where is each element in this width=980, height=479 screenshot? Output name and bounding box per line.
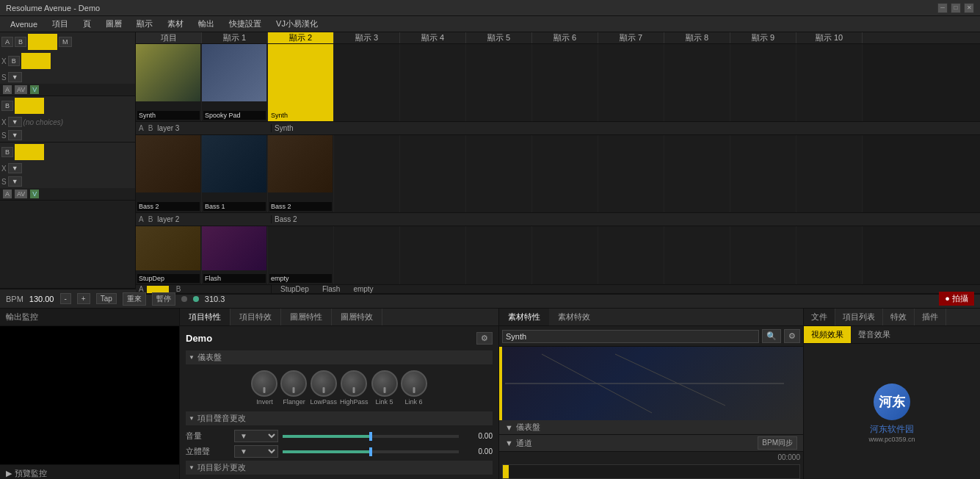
layer3-b-ctrl[interactable]: B xyxy=(8,56,20,66)
layer1-b-btn[interactable]: B xyxy=(1,147,13,157)
display6-tab[interactable]: 顯示 6 xyxy=(532,32,598,43)
clip-layer2-6[interactable] xyxy=(532,135,598,212)
layer2-b-btn[interactable]: B xyxy=(1,101,13,111)
back-button[interactable]: 重來 xyxy=(123,292,146,306)
clip-layer2-7[interactable] xyxy=(598,135,664,212)
display8-tab[interactable]: 顯示 8 xyxy=(664,32,730,43)
clip-layer1-9[interactable] xyxy=(730,226,796,284)
layer3-name-a[interactable]: A xyxy=(139,124,144,132)
flanger-knob[interactable] xyxy=(280,370,307,397)
display3-tab[interactable]: 顯示 3 xyxy=(334,32,400,43)
clip-layer1-5[interactable] xyxy=(466,226,532,284)
tab-source-props[interactable]: 素材特性 xyxy=(499,309,549,325)
clip-layer1-7[interactable] xyxy=(598,226,664,284)
clip-layer3-7[interactable] xyxy=(598,44,664,121)
volume-dropdown[interactable]: ▼ xyxy=(234,430,278,442)
volume-slider[interactable] xyxy=(283,435,459,438)
maximize-button[interactable]: □ xyxy=(951,3,961,13)
bpm-value[interactable]: 130.00 xyxy=(29,295,54,303)
clip-layer1-4[interactable] xyxy=(400,226,466,284)
invert-knob[interactable] xyxy=(251,370,277,397)
volume-slider-handle[interactable] xyxy=(369,432,372,441)
layer3-av-lbl[interactable]: AV xyxy=(15,85,27,94)
menu-asset[interactable]: 素材 xyxy=(160,17,191,31)
display4-tab[interactable]: 顯示 4 xyxy=(400,32,466,43)
source-channel-section[interactable]: ▼ 通道 BPM同步 xyxy=(499,435,803,452)
search-button[interactable]: 🔍 xyxy=(762,329,781,343)
tab-source-effects[interactable]: 素材特效 xyxy=(549,309,599,325)
layer3-a-button[interactable]: A xyxy=(1,37,13,47)
highpass-knob[interactable] xyxy=(341,370,367,397)
bpm-minus-button[interactable]: - xyxy=(60,293,71,304)
clip-layer2-9[interactable] xyxy=(730,135,796,212)
tab-plugins[interactable]: 插件 xyxy=(915,309,946,325)
display2-tab[interactable]: 顯示 2 xyxy=(268,32,334,43)
link6-knob[interactable] xyxy=(401,370,427,397)
search-options-button[interactable]: ⚙ xyxy=(784,329,800,343)
clip-layer1-6[interactable] xyxy=(532,226,598,284)
strip-clip-2[interactable]: empty xyxy=(347,285,379,293)
stereo-slider[interactable] xyxy=(283,450,459,453)
clip-layer2-3[interactable] xyxy=(334,135,400,212)
clip-layer1-0[interactable]: StupDep xyxy=(136,226,202,284)
video-effects-tab[interactable]: 視頻效果 xyxy=(804,326,851,343)
source-search-input[interactable]: Synth xyxy=(502,330,759,343)
clip-layer2-5[interactable] xyxy=(466,135,532,212)
menu-output[interactable]: 輸出 xyxy=(191,17,222,31)
tap-button[interactable]: Tap xyxy=(96,293,117,304)
clip-layer3-5[interactable] xyxy=(466,44,532,121)
menu-vj[interactable]: VJ小易漢化 xyxy=(269,17,325,31)
clip-layer3-8[interactable] xyxy=(664,44,730,121)
layer1-v-lbl[interactable]: V xyxy=(30,190,39,198)
clip-layer3-1[interactable]: Spooky Pad xyxy=(202,44,268,121)
clip-layer1-3[interactable] xyxy=(334,226,400,284)
close-button[interactable]: ✕ xyxy=(964,3,974,13)
gear-button[interactable]: ⚙ xyxy=(476,332,493,345)
stereo-slider-handle[interactable] xyxy=(369,447,372,456)
dashboard-section[interactable]: ▼ 儀表盤 xyxy=(186,350,493,364)
layer3-a-lbl[interactable]: A xyxy=(3,85,12,94)
layer2-x-btn[interactable]: ▼ xyxy=(8,117,22,127)
bpm-sync-button[interactable]: BPM同步 xyxy=(758,436,797,450)
layer3-s-btn[interactable]: ▼ xyxy=(8,72,22,82)
display1-tab[interactable]: 顯示 1 xyxy=(202,32,268,43)
clip-layer2-0[interactable]: Bass 2 xyxy=(136,135,202,212)
minimize-button[interactable]: ─ xyxy=(937,3,948,13)
menu-project[interactable]: 項目 xyxy=(45,17,76,31)
link5-knob[interactable] xyxy=(371,370,398,397)
layer1-x-btn[interactable]: ▼ xyxy=(8,163,22,173)
clip-layer1-10[interactable] xyxy=(796,226,863,284)
clip-layer3-6[interactable] xyxy=(532,44,598,121)
clip-layer2-1[interactable]: Bass 1 xyxy=(202,135,268,212)
clip-layer3-3[interactable] xyxy=(334,44,400,121)
menu-display[interactable]: 顯示 xyxy=(129,17,160,31)
layer3-b-button[interactable]: B xyxy=(15,37,26,47)
display9-tab[interactable]: 顯示 9 xyxy=(730,32,796,43)
layer2-name-a[interactable]: A xyxy=(139,215,144,223)
clip-layer1-1[interactable]: Flash xyxy=(202,226,268,284)
sound-section[interactable]: ▼ 項目聲音更改 xyxy=(186,411,493,425)
clip-layer2-2[interactable]: Bass 2 xyxy=(268,135,334,212)
layer2-name-b[interactable]: B xyxy=(148,215,153,223)
clip-layer3-4[interactable] xyxy=(400,44,466,121)
clip-layer1-2[interactable]: empty xyxy=(268,226,334,284)
timeline-bar[interactable] xyxy=(502,464,800,479)
clip-layer2-8[interactable] xyxy=(664,135,730,212)
lowpass-knob[interactable] xyxy=(311,370,337,397)
tab-effects[interactable]: 特效 xyxy=(883,309,915,325)
layer1-a-lbl[interactable]: A xyxy=(3,190,12,198)
clip-layer1-8[interactable] xyxy=(664,226,730,284)
menu-avenue[interactable]: Avenue xyxy=(3,18,45,30)
clip-layer3-10[interactable] xyxy=(796,44,863,121)
bpm-plus-button[interactable]: + xyxy=(77,293,90,304)
clip-layer2-4[interactable] xyxy=(400,135,466,212)
layer1-s-btn[interactable]: ▼ xyxy=(8,176,22,187)
video-section[interactable]: ▼ 項目影片更改 xyxy=(186,461,493,475)
display5-tab[interactable]: 顯示 5 xyxy=(466,32,532,43)
record-button[interactable]: ● 拍攝 xyxy=(939,292,974,306)
menu-layer[interactable]: 圖層 xyxy=(98,17,129,31)
layer2-s-btn[interactable]: ▼ xyxy=(8,130,22,140)
tab-project-props[interactable]: 項目特性 xyxy=(180,309,231,325)
clip-layer3-9[interactable] xyxy=(730,44,796,121)
tab-layer-effects[interactable]: 圖層特效 xyxy=(332,309,382,325)
